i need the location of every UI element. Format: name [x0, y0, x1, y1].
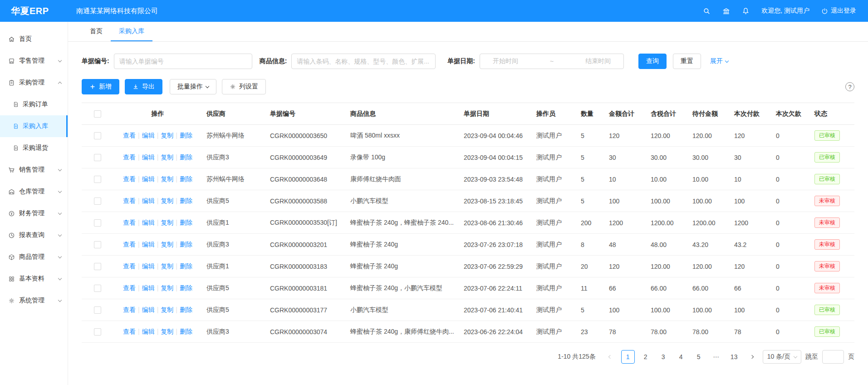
page-button-1[interactable]: 1 [621, 350, 635, 364]
page-button-13[interactable]: 13 [727, 350, 741, 364]
edit-link[interactable]: 编辑 [142, 306, 155, 313]
copy-link[interactable]: 复制 [161, 328, 173, 335]
copy-link[interactable]: 复制 [161, 306, 173, 313]
page-button-2[interactable]: 2 [639, 350, 652, 364]
export-button[interactable]: 导出 [125, 79, 162, 94]
sidebar-item-purchase-inbound[interactable]: 采购入库 [0, 115, 68, 137]
sidebar-item-purchase-return[interactable]: 采购退货 [0, 137, 68, 159]
copy-link[interactable]: 复制 [161, 153, 173, 161]
column-header[interactable]: 操作 [113, 103, 202, 125]
prev-page-button[interactable] [603, 350, 617, 364]
edit-link[interactable]: 编辑 [142, 153, 155, 161]
logout-button[interactable]: 退出登录 [821, 7, 856, 15]
sidebar-item-report[interactable]: 报表查询 [0, 224, 68, 246]
copy-link[interactable]: 复制 [161, 132, 173, 139]
sidebar-item-purchase[interactable]: 采购管理 [0, 72, 68, 94]
delete-link[interactable]: 删除 [180, 175, 192, 183]
view-link[interactable]: 查看 [123, 306, 136, 313]
column-header[interactable]: 含税合计 [646, 103, 688, 125]
delete-link[interactable]: 删除 [180, 219, 192, 226]
column-header[interactable]: 本次欠款 [771, 103, 810, 125]
row-checkbox[interactable] [94, 306, 101, 314]
delete-link[interactable]: 删除 [180, 262, 192, 270]
row-checkbox[interactable] [94, 263, 101, 270]
sidebar-item-warehouse[interactable]: 仓库管理 [0, 181, 68, 202]
edit-link[interactable]: 编辑 [142, 175, 155, 183]
edit-link[interactable]: 编辑 [142, 197, 155, 204]
bank-icon[interactable] [722, 7, 730, 15]
sidebar-item-goods[interactable]: 商品管理 [0, 246, 68, 268]
select-all-checkbox[interactable] [94, 110, 101, 118]
product-info-input[interactable] [291, 54, 436, 69]
page-button-4[interactable]: 4 [674, 350, 688, 364]
search-button[interactable]: 查询 [638, 54, 667, 69]
page-button-3[interactable]: 3 [657, 350, 670, 364]
column-header[interactable]: 数量 [576, 103, 604, 125]
delete-link[interactable]: 删除 [180, 153, 192, 161]
view-link[interactable]: 查看 [123, 175, 136, 183]
help-icon[interactable]: ? [845, 82, 854, 91]
next-page-button[interactable] [745, 350, 759, 364]
view-link[interactable]: 查看 [123, 219, 136, 226]
date-range-picker[interactable]: 开始时间 ~ 结束时间 [480, 54, 624, 69]
doc-number-input[interactable] [114, 54, 252, 69]
sidebar-item-retail[interactable]: 零售管理 [0, 50, 68, 72]
delete-link[interactable]: 删除 [180, 328, 192, 335]
column-header[interactable]: 操作员 [532, 103, 576, 125]
view-link[interactable]: 查看 [123, 132, 136, 139]
column-settings-button[interactable]: 列设置 [222, 79, 266, 94]
add-button[interactable]: 新增 [82, 79, 119, 94]
sidebar-item-sales[interactable]: 销售管理 [0, 159, 68, 181]
app-logo[interactable]: 华夏ERP [0, 5, 68, 17]
column-header[interactable]: 本次付款 [730, 103, 771, 125]
delete-link[interactable]: 删除 [180, 306, 192, 313]
sidebar-item-basic[interactable]: 基本资料 [0, 268, 68, 290]
tab-purchase-inbound[interactable]: 采购入库 [111, 22, 152, 41]
column-header[interactable]: 状态 [810, 103, 854, 125]
expand-filters-link[interactable]: 展开 [710, 57, 728, 65]
edit-link[interactable]: 编辑 [142, 241, 155, 248]
delete-link[interactable]: 删除 [180, 284, 192, 291]
column-header[interactable]: 单据日期 [459, 103, 532, 125]
tab-home[interactable]: 首页 [82, 22, 111, 41]
copy-link[interactable]: 复制 [161, 241, 173, 248]
column-header[interactable]: 金额合计 [604, 103, 646, 125]
column-header[interactable]: 待付金额 [688, 103, 730, 125]
column-header[interactable]: 供应商 [202, 103, 265, 125]
edit-link[interactable]: 编辑 [142, 132, 155, 139]
edit-link[interactable]: 编辑 [142, 262, 155, 270]
view-link[interactable]: 查看 [123, 284, 136, 291]
view-link[interactable]: 查看 [123, 241, 136, 248]
row-checkbox[interactable] [94, 197, 101, 205]
delete-link[interactable]: 删除 [180, 197, 192, 204]
view-link[interactable]: 查看 [123, 153, 136, 161]
row-checkbox[interactable] [94, 132, 101, 139]
batch-actions-button[interactable]: 批量操作 [170, 79, 216, 94]
edit-link[interactable]: 编辑 [142, 328, 155, 335]
copy-link[interactable]: 复制 [161, 219, 173, 226]
row-checkbox[interactable] [94, 285, 101, 292]
delete-link[interactable]: 删除 [180, 132, 192, 139]
edit-link[interactable]: 编辑 [142, 284, 155, 291]
search-icon[interactable] [703, 7, 711, 15]
copy-link[interactable]: 复制 [161, 284, 173, 291]
column-header[interactable]: 商品信息 [346, 103, 459, 125]
copy-link[interactable]: 复制 [161, 197, 173, 204]
view-link[interactable]: 查看 [123, 262, 136, 270]
row-checkbox[interactable] [94, 219, 101, 227]
view-link[interactable]: 查看 [123, 197, 136, 204]
copy-link[interactable]: 复制 [161, 262, 173, 270]
notification-bell-icon[interactable] [742, 7, 750, 15]
page-size-select[interactable]: 10 条/页 [763, 350, 801, 364]
view-link[interactable]: 查看 [123, 328, 136, 335]
sidebar-item-finance[interactable]: 财务管理 [0, 202, 68, 224]
edit-link[interactable]: 编辑 [142, 219, 155, 226]
sidebar-item-system[interactable]: 系统管理 [0, 290, 68, 311]
jump-page-input[interactable] [822, 350, 844, 364]
page-button-5[interactable]: 5 [692, 350, 706, 364]
sidebar-item-purchase-order[interactable]: 采购订单 [0, 94, 68, 115]
row-checkbox[interactable] [94, 154, 101, 161]
row-checkbox[interactable] [94, 241, 101, 248]
reset-button[interactable]: 重置 [673, 54, 701, 69]
copy-link[interactable]: 复制 [161, 175, 173, 183]
